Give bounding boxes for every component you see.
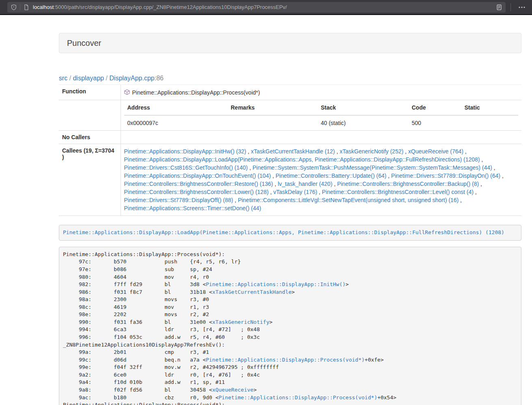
asm-line: 9a4: f10d 010b add.w r1, sp, #11: [63, 379, 517, 386]
stack-value: 40 (static): [318, 115, 409, 130]
callee-link[interactable]: Pinetime::Drivers::Cst816S::GetTouchInfo…: [124, 164, 248, 171]
asm-line: Pinetime::Applications::DisplayApp::Proc…: [63, 251, 517, 259]
breadcrumb-link-displayapp[interactable]: displayapp: [73, 75, 104, 82]
callee-link[interactable]: Pinetime::Applications::DisplayApp::Load…: [124, 156, 480, 163]
table-row: No Callers: [59, 131, 521, 144]
asm-line: 97c: b570 push {r4, r5, r6, lr}: [63, 258, 517, 266]
callee-link[interactable]: Pinetime::Controllers::BrightnessControl…: [124, 181, 273, 187]
callee-link[interactable]: Pinetime::Controllers::BrightnessControl…: [322, 189, 473, 195]
asm-line: _ZN8Pinetime12Applications10DisplayApp7R…: [63, 341, 517, 349]
ellipsis-icon: [518, 4, 526, 11]
asm-line: 994: 6ca3 ldr r3, [r4, #72] ; 0x48: [63, 326, 517, 334]
cube-icon: [124, 89, 130, 95]
breadcrumb-line-number: :86: [155, 75, 164, 82]
breadcrumb: src / displayapp / DisplayApp.cpp:86: [59, 75, 521, 82]
page-icon[interactable]: [23, 4, 30, 11]
callee-link[interactable]: Pinetime::Controllers::BrightnessControl…: [337, 181, 479, 187]
asm-line: 97e: b086 sub sp, #24: [63, 266, 517, 274]
callee-link[interactable]: Pinetime::Applications::Screens::Timer::…: [124, 205, 261, 211]
asm-line: 99c: d06d beq.n a7a <Pinetime::Applicati…: [63, 356, 517, 364]
table-row: Callees (19, Σ=3704 ) Pinetime::Applicat…: [59, 144, 521, 216]
callee-link[interactable]: Pinetime::Applications::DisplayApp::OnTo…: [124, 172, 271, 179]
asm-line: 986: f031 f8c7 bl 31b18 <xTaskGetCurrent…: [63, 289, 517, 296]
asm-line: 982: f7ff fd29 bl 3d8 <Pinetime::Applica…: [63, 281, 517, 289]
callee-link[interactable]: Pinetime::Drivers::St7789::DisplayOff() …: [124, 197, 233, 203]
url-path: :5000/path/src/displayapp/DisplayApp.cpp…: [54, 4, 287, 10]
breadcrumb-link-file[interactable]: DisplayApp.cpp: [110, 75, 155, 82]
empty-row-label: [59, 100, 121, 131]
asm-line: 990: f031 fa36 bl 31e00 <xTaskGenericNot…: [63, 319, 517, 326]
asm-line: Pinetime::Applications::DisplayApp::Proc…: [63, 401, 517, 405]
disassembly-block: Pinetime::Applications::DisplayApp::Proc…: [59, 247, 521, 405]
asm-line: 980: 4604 mov r4, r0: [63, 274, 517, 281]
callee-link[interactable]: Pinetime::Controllers::BrightnessControl…: [124, 189, 269, 195]
urlbar-divider: [20, 4, 20, 11]
asm-line: 98a: 2300 movs r3, #0: [63, 296, 517, 304]
page-body: Puncover src / displayapp / DisplayApp.c…: [0, 15, 532, 405]
callee-link[interactable]: xQueueReceive (764): [408, 148, 463, 155]
function-stats-table: Address Remarks Stack Code Static 0x0000…: [124, 100, 519, 130]
shield-icon[interactable]: [11, 4, 17, 11]
asm-symbol-link[interactable]: Pinetime::Applications::DisplayApp::Proc…: [206, 357, 364, 363]
callee-link[interactable]: Pinetime::Controllers::Battery::Update()…: [276, 172, 386, 179]
callee-link[interactable]: Pinetime::Applications::DisplayApp::Init…: [124, 148, 246, 155]
asm-symbol-link[interactable]: xTaskGetCurrentTaskHandle: [212, 289, 292, 295]
asm-line: 996: f104 053c add.w r5, r4, #60 ; 0x3c: [63, 334, 517, 341]
asm-line: 9a8: f02f fd56 bl 30458 <xQueueReceive>: [63, 386, 517, 394]
page-title: Puncover: [67, 39, 101, 48]
asm-symbol-link[interactable]: Pinetime::Applications::DisplayApp::Init…: [206, 281, 345, 287]
asm-symbol-link[interactable]: Pinetime::Applications::DisplayApp::Proc…: [219, 394, 377, 401]
column-header-remarks: Remarks: [228, 100, 318, 115]
column-header-code: Code: [409, 100, 461, 115]
address-value: 0x0000097c: [124, 115, 228, 130]
breadcrumb-separator: /: [67, 75, 73, 82]
browser-toolbar: localhost:5000/path/src/displayapp/Displ…: [0, 0, 532, 15]
table-row: Address Remarks Stack Code Static 0x0000…: [59, 100, 521, 131]
breadcrumb-separator: /: [104, 75, 109, 82]
reader-mode-icon[interactable]: [496, 4, 502, 11]
callee-link[interactable]: Pinetime::System::SystemTask::PushMessag…: [252, 164, 492, 171]
loadapp-symbol-link[interactable]: Pinetime::Applications::DisplayApp::Load…: [63, 229, 504, 235]
function-name: Pinetime::Applications::DisplayApp::Proc…: [132, 89, 260, 96]
callees-label: Callees (19, Σ=3704 ): [59, 144, 121, 216]
asm-line: 98e: 2202 movs r2, #2: [63, 311, 517, 319]
asm-line: 98c: 4619 mov r1, r3: [63, 304, 517, 311]
asm-line: 9a2: 6ce0 ldr r0, [r4, #76] ; 0x4c: [63, 371, 517, 379]
column-header-address: Address: [124, 100, 228, 115]
callees-list: Pinetime::Applications::DisplayApp::Init…: [121, 144, 521, 216]
asm-symbol-link[interactable]: xQueueReceive: [212, 387, 254, 393]
url-host: localhost: [33, 4, 54, 10]
code-value: 500: [409, 115, 461, 130]
column-header-static: Static: [461, 100, 519, 115]
callee-link[interactable]: Pinetime::Components::LittleVgl::SetNewT…: [238, 197, 459, 203]
caller-highlight-box: Pinetime::Applications::DisplayApp::Load…: [59, 225, 521, 241]
asm-line: 9ac: b180 cbz r0, 9d0 <Pinetime::Applica…: [63, 394, 517, 402]
table-row: 0x0000097c 40 (static) 500: [124, 115, 519, 130]
toolbar-divider: [510, 3, 511, 11]
column-header-stack: Stack: [318, 100, 409, 115]
callee-link[interactable]: vTaskDelay (176): [274, 189, 317, 195]
asm-symbol-link[interactable]: xTaskGenericNotify: [212, 319, 269, 325]
callee-link[interactable]: xTaskGetCurrentTaskHandle (12): [251, 148, 335, 155]
menu-dots-button[interactable]: [516, 3, 528, 11]
table-row: Function Pinetime::Applications::Display…: [59, 85, 521, 100]
app-header-panel: Puncover: [59, 33, 521, 53]
function-info-table: Function Pinetime::Applications::Display…: [59, 85, 521, 216]
no-callers-label: No Callers: [59, 131, 121, 144]
breadcrumb-link-src[interactable]: src: [59, 75, 67, 82]
static-value: [461, 115, 519, 130]
callee-link[interactable]: xTaskGenericNotify (252): [340, 148, 403, 155]
callee-link[interactable]: Pinetime::Drivers::St7789::DisplayOn() (…: [391, 172, 500, 179]
function-row-label: Function: [59, 85, 121, 100]
url-bar[interactable]: localhost:5000/path/src/displayapp/Displ…: [7, 2, 506, 13]
asm-line: 99a: 2b01 cmp r3, #1: [63, 349, 517, 356]
url-text[interactable]: localhost:5000/path/src/displayapp/Displ…: [33, 4, 496, 10]
callee-link[interactable]: lv_task_handler (420): [278, 181, 332, 187]
remarks-value: [228, 115, 318, 130]
asm-line: 99e: f04f 32ff mov.w r2, #4294967295 ; 0…: [63, 364, 517, 371]
